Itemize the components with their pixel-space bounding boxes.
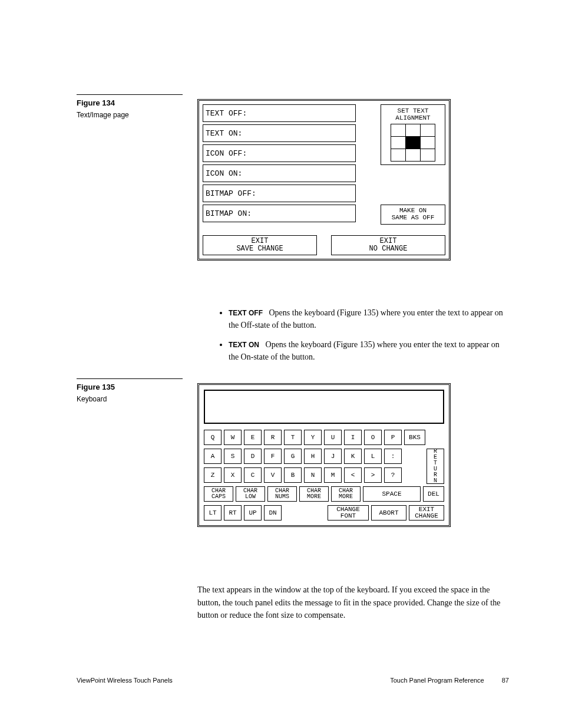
key-char-low[interactable]: CHAR LOW <box>236 486 265 502</box>
figure-135-caption: Keyboard <box>77 395 183 403</box>
key-v[interactable]: V <box>264 467 282 483</box>
key-m[interactable]: M <box>324 467 342 483</box>
exit-no-change-button[interactable]: EXIT NO CHANGE <box>331 235 445 255</box>
key-n[interactable]: N <box>304 467 322 483</box>
key-g[interactable]: G <box>284 449 302 464</box>
bullet-text-on: TEXT ON Opens the keyboard (Figure 135) … <box>229 338 510 363</box>
text-image-page-panel: TEXT OFF: TEXT ON: ICON OFF: ICON ON: BI… <box>197 99 451 261</box>
figure-134-label: Figure 134 <box>77 98 183 107</box>
keyboard-text-window[interactable] <box>204 390 444 424</box>
key-lt[interactable]: < <box>344 467 362 483</box>
key-gt[interactable]: > <box>364 467 382 483</box>
icon-off-field[interactable]: ICON OFF: <box>203 144 356 162</box>
key-s[interactable]: S <box>224 449 242 464</box>
key-t[interactable]: T <box>284 430 302 445</box>
figure-134-caption: Text/Image page <box>77 111 183 119</box>
text-off-field[interactable]: TEXT OFF: <box>203 104 356 122</box>
bullet-text-off: TEXT OFF Opens the keyboard (Figure 135)… <box>229 307 510 331</box>
key-dn-arrow[interactable]: DN <box>264 505 282 521</box>
key-up-arrow[interactable]: UP <box>244 505 262 521</box>
footer-section: Touch Panel Program Reference <box>390 677 484 684</box>
key-y[interactable]: Y <box>304 430 322 445</box>
key-d[interactable]: D <box>244 449 262 464</box>
footer-page-number: 87 <box>502 677 509 684</box>
bitmap-off-field[interactable]: BITMAP OFF: <box>203 185 356 202</box>
key-l[interactable]: L <box>364 449 382 464</box>
footer-left: ViewPoint Wireless Touch Panels <box>77 677 173 684</box>
key-bks[interactable]: BKS <box>404 430 425 445</box>
text-on-field[interactable]: TEXT ON: <box>203 124 356 142</box>
key-r[interactable]: R <box>264 430 282 445</box>
body-paragraph: The text appears in the window at the to… <box>197 584 510 622</box>
key-del[interactable]: DEL <box>423 486 444 502</box>
key-question[interactable]: ? <box>384 467 402 483</box>
key-z[interactable]: Z <box>204 467 222 483</box>
key-u[interactable]: U <box>324 430 342 445</box>
key-q[interactable]: Q <box>204 430 222 445</box>
make-on-same-as-off-button[interactable]: MAKE ON SAME AS OFF <box>381 205 445 225</box>
key-colon[interactable]: : <box>384 449 402 464</box>
key-rt-arrow[interactable]: RT <box>224 505 242 521</box>
key-space[interactable]: SPACE <box>363 486 421 502</box>
key-x[interactable]: X <box>224 467 242 483</box>
bullet-list: TEXT OFF Opens the keyboard (Figure 135)… <box>212 307 510 370</box>
key-e[interactable]: E <box>244 430 262 445</box>
page-footer: ViewPoint Wireless Touch Panels Touch Pa… <box>77 677 509 684</box>
set-text-alignment-label: SET TEXT ALIGNMENT <box>384 108 442 121</box>
key-p[interactable]: P <box>384 430 402 445</box>
exit-save-change-button[interactable]: EXIT SAVE CHANGE <box>203 235 317 255</box>
key-j[interactable]: J <box>324 449 342 464</box>
key-char-more2[interactable]: CHAR MORE <box>331 486 361 502</box>
key-k[interactable]: K <box>344 449 362 464</box>
key-w[interactable]: W <box>224 430 242 445</box>
keyboard-panel: Q W E R T Y U I O P BKS A S D F G H J <box>197 383 451 527</box>
key-c[interactable]: C <box>244 467 262 483</box>
alignment-grid[interactable] <box>391 124 435 162</box>
key-change-font[interactable]: CHANGE FONT <box>328 505 369 521</box>
icon-on-field[interactable]: ICON ON: <box>203 164 356 182</box>
set-text-alignment-box[interactable]: SET TEXT ALIGNMENT <box>381 104 445 165</box>
key-o[interactable]: O <box>364 430 382 445</box>
figure-135-label: Figure 135 <box>77 383 183 391</box>
key-b[interactable]: B <box>284 467 302 483</box>
key-a[interactable]: A <box>204 449 222 464</box>
key-i[interactable]: I <box>344 430 362 445</box>
key-char-caps[interactable]: CHAR CAPS <box>204 486 233 502</box>
key-h[interactable]: H <box>304 449 322 464</box>
bitmap-on-field[interactable]: BITMAP ON: <box>203 205 356 222</box>
key-return[interactable]: RETURN <box>427 449 444 484</box>
key-f[interactable]: F <box>264 449 282 464</box>
key-abort[interactable]: ABORT <box>371 505 406 521</box>
key-char-more1[interactable]: CHAR MORE <box>299 486 329 502</box>
key-lt-arrow[interactable]: LT <box>204 505 222 521</box>
key-char-nums[interactable]: CHAR NUMS <box>267 486 297 502</box>
key-exit-change[interactable]: EXIT CHANGE <box>409 505 444 521</box>
